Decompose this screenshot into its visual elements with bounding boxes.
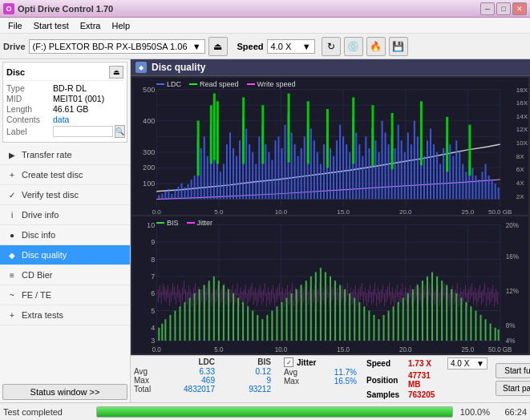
svg-rect-79 [294,144,296,199]
sidebar-item-fe-te[interactable]: ~ FE / TE [0,285,130,305]
speed-select[interactable]: 4.0 X ▼ [267,39,315,54]
read-speed-legend-dot [189,83,197,85]
svg-rect-92 [336,140,338,199]
disc-eject-btn[interactable]: ⏏ [109,66,123,79]
svg-rect-430 [276,306,277,341]
legend-write-speed: Write speed [247,80,296,88]
charts-container: LDC Read speed Write speed [131,76,530,355]
drive-info-icon: i [6,209,18,220]
svg-rect-455 [398,302,399,341]
svg-rect-136 [478,180,479,199]
svg-rect-448 [363,306,365,341]
stats-col-ldc-header: LDC [162,357,218,366]
status-window-button[interactable]: Status window >> [2,384,127,400]
sidebar-item-disc-info[interactable]: ● Disc info [0,225,130,245]
top-chart-svg: 500 400 300 200 100 0.0 5.0 10.0 15.0 20… [132,78,528,215]
disc-label-input[interactable] [53,126,113,137]
svg-rect-151 [326,109,329,168]
create-test-disc-icon: + [6,169,18,180]
jitter-legend-dot [187,222,195,224]
svg-rect-464 [441,281,443,341]
svg-rect-438 [315,272,317,341]
sidebar-item-create-test-disc[interactable]: + Create test disc [0,165,130,185]
svg-rect-429 [271,311,273,341]
svg-rect-120 [427,140,428,199]
svg-text:9: 9 [151,238,155,246]
svg-rect-90 [330,148,331,200]
stats-row-total: Total 4832017 93212 [134,385,274,394]
jitter-max-label: Max [284,377,312,386]
svg-rect-423 [242,302,244,341]
jitter-label: Jitter [297,358,316,367]
content-header: ◆ Disc quality [131,59,530,76]
drive-select[interactable]: (F:) PLEXTOR BD-R PX-LB950SA 1.06 ▼ [29,39,205,54]
start-full-button[interactable]: Start full [496,363,530,378]
start-part-button[interactable]: Start part [496,381,530,396]
sidebar: Disc ⏏ Type BD-R DL MID MEIT01 (001) Len… [0,59,131,402]
svg-text:20.0: 20.0 [399,208,412,215]
burn-icon-btn[interactable]: 🔥 [366,37,386,56]
svg-rect-121 [430,129,431,200]
svg-rect-439 [320,268,322,341]
menu-help[interactable]: Help [107,19,135,32]
minimize-button[interactable]: ─ [480,2,495,15]
svg-rect-135 [475,176,476,199]
maximize-button[interactable]: □ [496,2,511,15]
sidebar-item-disc-quality-label: Disc quality [22,250,67,260]
eject-button[interactable]: ⏏ [208,37,228,56]
legend-ldc: LDC [156,80,181,88]
save-button[interactable]: 💾 [389,37,408,56]
sidebar-item-disc-quality[interactable]: ◆ Disc quality [0,245,130,265]
svg-rect-111 [398,125,399,200]
menu-extra[interactable]: Extra [75,19,106,32]
jitter-legend-label: Jitter [197,219,213,227]
sidebar-item-extra-tests[interactable]: + Extra tests [0,305,130,325]
svg-rect-70 [265,144,266,199]
jitter-rows: Avg 11.7% Max 16.5% [284,368,357,386]
svg-text:14X: 14X [516,113,528,120]
svg-rect-93 [339,125,341,200]
svg-rect-461 [427,277,428,341]
svg-rect-152 [352,97,354,164]
svg-text:4%: 4% [506,337,516,345]
label-search-btn[interactable]: 🔍 [115,125,125,138]
svg-rect-453 [388,311,390,341]
stats-col-label [134,357,162,366]
svg-rect-84 [310,129,312,200]
svg-rect-71 [268,152,269,200]
disc-length-row: Length 46.61 GB [6,104,123,114]
disc-icon-btn[interactable]: 💿 [344,37,363,56]
svg-rect-407 [164,319,166,341]
refresh-button[interactable]: ↻ [322,37,341,56]
disc-mid-label: MID [6,94,53,103]
sidebar-item-cd-bier[interactable]: ≡ CD Bier [0,265,130,285]
sidebar-item-verify-test-disc[interactable]: ✓ Verify test disc [0,185,130,205]
top-chart: LDC Read speed Write speed [132,78,528,215]
close-button[interactable]: ✕ [512,2,527,15]
svg-text:15.0: 15.0 [337,345,350,353]
svg-text:100: 100 [143,180,155,188]
nav-items: ▶ Transfer rate + Create test disc ✓ Ver… [0,145,130,382]
svg-rect-424 [247,306,249,341]
disc-type-label: Type [6,83,53,93]
sidebar-item-drive-info[interactable]: i Drive info [0,205,130,225]
bottom-chart: BIS Jitter [132,216,528,353]
svg-rect-98 [355,132,357,199]
svg-rect-416 [208,281,210,341]
svg-rect-466 [451,289,452,341]
menu-start-test[interactable]: Start test [29,19,74,32]
svg-text:200: 200 [143,164,155,172]
speed-select-stats[interactable]: 4.0 X ▼ [447,357,488,370]
app-icon: O [3,3,14,14]
svg-rect-406 [161,324,163,341]
svg-rect-58 [226,144,228,199]
jitter-checkbox[interactable]: ✓ [284,357,293,367]
svg-rect-64 [245,129,247,200]
sidebar-item-transfer-rate[interactable]: ▶ Transfer rate [0,145,130,165]
titlebar-left: O Opti Drive Control 1.70 [3,3,113,14]
menu-file[interactable]: File [3,19,27,32]
svg-rect-421 [233,293,234,341]
drive-select-arrow: ▼ [192,42,201,51]
svg-rect-128 [452,156,454,200]
svg-rect-451 [378,319,379,341]
